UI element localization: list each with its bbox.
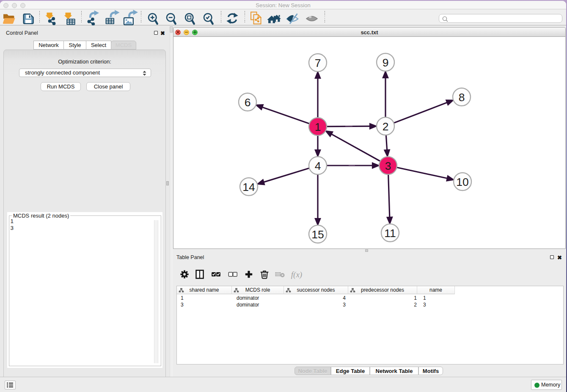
svg-text:3: 3 xyxy=(385,160,391,172)
svg-text:7: 7 xyxy=(315,57,321,69)
svg-text:f(x): f(x) xyxy=(291,270,302,279)
svg-text:10: 10 xyxy=(456,176,468,188)
svg-text:11: 11 xyxy=(384,227,396,240)
svg-text:9: 9 xyxy=(383,56,389,69)
svg-text:2: 2 xyxy=(383,120,389,133)
svg-text:6: 6 xyxy=(245,96,251,109)
svg-text:14: 14 xyxy=(242,181,255,193)
svg-text:15: 15 xyxy=(311,228,324,241)
svg-text:4: 4 xyxy=(315,160,321,172)
svg-text:1: 1 xyxy=(315,121,321,133)
svg-text:8: 8 xyxy=(459,91,465,104)
